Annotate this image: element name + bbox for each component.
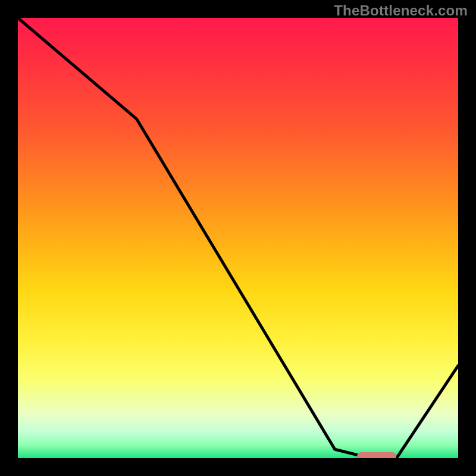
sweet-spot-marker — [357, 452, 397, 458]
bottleneck-curve — [18, 18, 458, 458]
plot-area — [18, 18, 458, 458]
attribution-text: TheBottleneck.com — [334, 2, 468, 19]
chart-container: TheBottleneck.com — [0, 0, 476, 476]
curve-layer — [18, 18, 458, 458]
